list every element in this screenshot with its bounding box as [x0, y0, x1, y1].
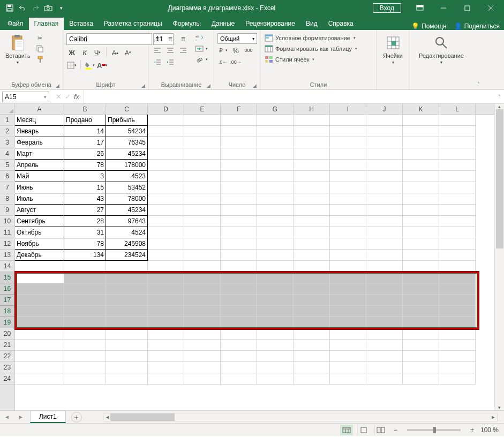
cell[interactable]	[330, 328, 366, 340]
cell[interactable]	[294, 148, 330, 160]
row-header[interactable]: 5	[0, 160, 14, 171]
cell[interactable]	[294, 306, 330, 317]
cell[interactable]	[403, 216, 439, 227]
cell[interactable]	[184, 250, 221, 261]
cell[interactable]	[64, 373, 106, 385]
cell[interactable]	[64, 283, 106, 295]
cell[interactable]	[439, 317, 476, 328]
cell[interactable]	[330, 171, 366, 182]
cell[interactable]	[15, 328, 64, 340]
italic-button[interactable]: К	[79, 47, 90, 58]
cell[interactable]: Июль	[15, 193, 64, 205]
cell[interactable]	[403, 295, 439, 306]
cell[interactable]	[366, 227, 403, 238]
cell[interactable]: Август	[15, 205, 64, 216]
cell[interactable]: 54234	[106, 126, 148, 137]
cell[interactable]	[64, 351, 106, 362]
cell[interactable]	[294, 272, 330, 283]
cell[interactable]	[148, 160, 184, 171]
underline-button[interactable]: Ч▾	[92, 47, 103, 58]
cell[interactable]	[221, 362, 257, 373]
cells-button[interactable]: Ячейки▾	[381, 33, 405, 66]
copy-button[interactable]	[35, 44, 46, 54]
cell[interactable]	[148, 182, 184, 193]
page-break-view-button[interactable]	[374, 425, 387, 435]
cell[interactable]	[330, 238, 366, 250]
cell[interactable]	[184, 283, 221, 295]
cell[interactable]	[439, 182, 476, 193]
cell[interactable]	[257, 137, 294, 148]
cell[interactable]: 134	[64, 250, 106, 261]
cell[interactable]	[403, 171, 439, 182]
zoom-out-button[interactable]: −	[392, 426, 400, 434]
cell[interactable]	[294, 283, 330, 295]
wrap-text-button[interactable]: abc	[194, 33, 209, 43]
cell[interactable]: 14	[64, 126, 106, 137]
cell[interactable]	[294, 261, 330, 272]
cell[interactable]	[221, 306, 257, 317]
ribbon-options-icon[interactable]	[409, 0, 431, 16]
cell[interactable]	[257, 205, 294, 216]
spreadsheet-grid[interactable]: ABCDEFGHIJKL 123456789101112131415161718…	[0, 104, 504, 410]
cell[interactable]	[15, 306, 64, 317]
cell[interactable]	[439, 227, 476, 238]
maximize-button[interactable]	[456, 0, 478, 16]
cell[interactable]	[184, 160, 221, 171]
cell[interactable]: 234524	[106, 250, 148, 261]
cell[interactable]	[64, 306, 106, 317]
cell[interactable]	[366, 182, 403, 193]
cell[interactable]	[106, 261, 148, 272]
cell[interactable]	[148, 148, 184, 160]
cell[interactable]: 45234	[106, 148, 148, 160]
cell[interactable]	[294, 216, 330, 227]
cell[interactable]	[148, 261, 184, 272]
row-header[interactable]: 14	[0, 261, 14, 272]
cell[interactable]	[439, 340, 476, 351]
cell[interactable]	[294, 295, 330, 306]
cell[interactable]	[439, 373, 476, 385]
cell[interactable]	[257, 171, 294, 182]
cell[interactable]	[403, 340, 439, 351]
cell[interactable]	[64, 295, 106, 306]
cell[interactable]	[439, 283, 476, 295]
cell[interactable]	[148, 238, 184, 250]
row-header[interactable]: 23	[0, 362, 14, 373]
cell[interactable]	[257, 351, 294, 362]
cell[interactable]	[221, 182, 257, 193]
cell[interactable]	[294, 171, 330, 182]
cell[interactable]	[330, 250, 366, 261]
cell[interactable]	[366, 160, 403, 171]
cell[interactable]	[106, 373, 148, 385]
cell[interactable]: Декабрь	[15, 250, 64, 261]
cell[interactable]: Продано	[64, 115, 106, 126]
cell[interactable]: 4523	[106, 171, 148, 182]
cell[interactable]	[15, 373, 64, 385]
cell[interactable]	[403, 137, 439, 148]
row-header[interactable]: 18	[0, 306, 14, 317]
cell[interactable]	[403, 328, 439, 340]
sheet-tab[interactable]: Лист1	[30, 411, 66, 423]
cell[interactable]	[439, 351, 476, 362]
cell[interactable]	[330, 148, 366, 160]
cell[interactable]: 4524	[106, 227, 148, 238]
row-header[interactable]: 17	[0, 295, 14, 306]
cell[interactable]	[330, 205, 366, 216]
row-header[interactable]: 9	[0, 205, 14, 216]
cell[interactable]	[148, 272, 184, 283]
cell[interactable]	[148, 362, 184, 373]
cell[interactable]	[439, 193, 476, 205]
fx-icon[interactable]: fx	[74, 93, 79, 101]
cell[interactable]	[221, 340, 257, 351]
cell[interactable]	[257, 272, 294, 283]
normal-view-button[interactable]	[340, 425, 353, 435]
save-icon[interactable]	[5, 4, 14, 12]
cell[interactable]	[257, 182, 294, 193]
cell[interactable]	[184, 317, 221, 328]
cell[interactable]	[221, 283, 257, 295]
cell[interactable]	[330, 362, 366, 373]
zoom-in-button[interactable]: +	[468, 426, 476, 434]
cell[interactable]	[439, 205, 476, 216]
tell-me[interactable]: 💡Помощн	[411, 22, 447, 30]
cell[interactable]	[148, 283, 184, 295]
cell[interactable]	[439, 250, 476, 261]
